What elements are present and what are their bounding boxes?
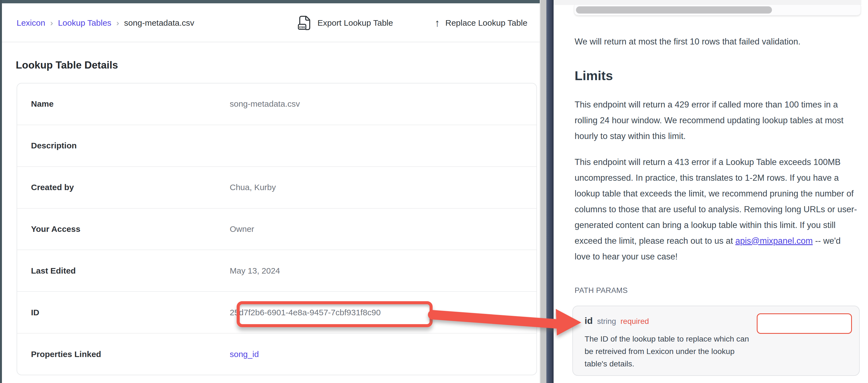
horizontal-scrollbar-track[interactable] [574,4,861,15]
breadcrumb-current-file: song-metadata.csv [124,18,194,28]
apis-mixpanel-email-link[interactable]: apis@mixpanel.com [736,236,813,246]
row-value-created-by: Chua, Kurby [230,183,276,192]
table-row-your-access: Your Access Owner [17,208,536,250]
window-top-edge [0,0,547,3]
row-label: Created by [17,183,230,192]
param-name: id [585,316,593,326]
row-label: Last Edited [17,266,230,276]
param-name-row: id string required [585,316,649,326]
row-label: Name [17,99,230,109]
paragraph-413-text: This endpoint will return a 413 error if… [575,157,857,246]
row-value-your-access: Owner [230,224,254,234]
row-value-id: 25d7f2b6-6901-4e8a-9457-7cbf931f8c90 [230,308,380,317]
lookup-table-window: Lexicon › Lookup Tables › song-metadata.… [2,3,540,383]
replace-button-label: Replace Lookup Table [445,18,527,28]
lookup-header-bar: Lexicon › Lookup Tables › song-metadata.… [2,3,540,42]
param-description: The ID of the lookup table to replace wh… [585,333,751,370]
horizontal-scrollbar-thumb[interactable] [576,6,772,13]
param-id-input[interactable] [757,313,852,334]
lookup-table-details-card: Name song-metadata.csv Description Creat… [17,83,537,375]
row-value-name: song-metadata.csv [230,99,300,109]
breadcrumb-link-lookup-tables[interactable]: Lookup Tables [58,18,111,28]
csv-icon-text: csv [299,25,305,29]
table-row-created-by: Created by Chua, Kurby [17,166,536,208]
param-type: string [597,317,616,326]
upload-arrow-icon: ↑ [435,18,440,28]
limits-heading: Limits [575,68,613,83]
row-label: Properties Linked [17,350,230,359]
path-param-card: id string required The ID of the lookup … [572,306,860,376]
breadcrumb-separator: › [50,18,53,28]
export-button-label: Export Lookup Table [317,18,393,28]
song-id-property-link[interactable]: song_id [230,350,259,359]
api-docs-panel: We will return at most the first 10 rows… [554,0,868,383]
left-window-vertical-scrollbar[interactable] [540,0,547,383]
window-left-edge [0,0,2,383]
docs-intro-text: We will return at most the first 10 rows… [575,35,859,49]
table-row-id: ID 25d7f2b6-6901-4e8a-9457-7cbf931f8c90 [17,291,536,333]
table-row-description: Description [17,125,536,166]
row-label: Description [17,141,230,150]
breadcrumb: Lexicon › Lookup Tables › song-metadata.… [17,3,194,42]
replace-lookup-table-button[interactable]: ↑ Replace Lookup Table [435,3,527,42]
table-row-name: Name song-metadata.csv [17,83,536,125]
csv-file-icon: csv [298,15,312,31]
breadcrumb-separator: › [116,18,119,28]
page-title: Lookup Table Details [16,60,118,71]
export-lookup-table-button[interactable]: csv Export Lookup Table [298,3,393,42]
row-value-last-edited: May 13, 2024 [230,266,280,276]
limits-paragraph-429: This endpoint will return a 429 error if… [575,97,859,144]
param-required-badge: required [621,317,649,326]
screenshot-root: Lexicon › Lookup Tables › song-metadata.… [0,0,868,383]
path-params-label: PATH PARAMS [575,286,628,295]
row-label: Your Access [17,224,230,234]
limits-paragraph-413: This endpoint will return a 413 error if… [575,154,859,265]
row-label: ID [17,308,230,317]
table-row-properties-linked: Properties Linked song_id [17,333,536,375]
table-row-last-edited: Last Edited May 13, 2024 [17,249,536,291]
breadcrumb-link-lexicon[interactable]: Lexicon [17,18,45,28]
right-window-left-border [547,0,554,383]
